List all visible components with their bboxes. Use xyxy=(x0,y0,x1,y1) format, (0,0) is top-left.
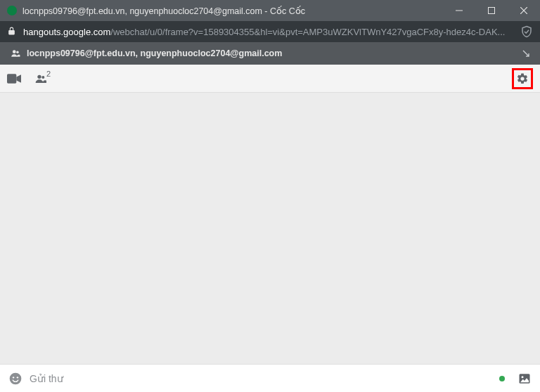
svg-point-9 xyxy=(17,377,18,378)
window-title: locnpps09796@fpt.edu.vn, nguyenphuocloc2… xyxy=(22,6,443,16)
url-text: hangouts.google.com/webchat/u/0/frame?v=… xyxy=(23,27,513,37)
svg-point-11 xyxy=(522,376,524,378)
hangouts-favicon xyxy=(7,6,17,15)
presence-indicator xyxy=(499,376,505,381)
url-path: /webchat/u/0/frame?v=1589304355&hl=vi&pv… xyxy=(110,27,505,37)
conversation-area xyxy=(0,93,540,364)
svg-point-4 xyxy=(37,74,41,78)
participants-text: locnpps09796@fpt.edu.vn, nguyenphuocloc2… xyxy=(27,48,515,58)
expand-icon[interactable] xyxy=(522,49,530,58)
people-icon xyxy=(10,48,21,58)
participants-bar: locnpps09796@fpt.edu.vn, nguyenphuocloc2… xyxy=(0,42,540,65)
people-count: 2 xyxy=(46,70,51,78)
gear-icon xyxy=(516,72,529,85)
maximize-button[interactable] xyxy=(475,0,508,21)
close-button[interactable] xyxy=(508,0,540,21)
emoji-button[interactable] xyxy=(8,372,22,386)
shield-icon[interactable] xyxy=(520,25,533,38)
chat-toolbar: 2 xyxy=(0,65,540,93)
image-button[interactable] xyxy=(518,372,532,385)
svg-point-1 xyxy=(13,50,16,53)
minimize-button[interactable] xyxy=(443,0,475,21)
url-host: hangouts.google.com xyxy=(23,27,110,37)
lock-icon xyxy=(7,26,16,38)
message-input[interactable]: Gửi thư xyxy=(30,373,499,384)
settings-button[interactable] xyxy=(512,68,533,89)
titlebar: locnpps09796@fpt.edu.vn, nguyenphuocloc2… xyxy=(0,0,540,21)
compose-bar: Gửi thư xyxy=(0,364,540,392)
svg-rect-3 xyxy=(7,74,16,83)
address-bar[interactable]: hangouts.google.com/webchat/u/0/frame?v=… xyxy=(0,21,540,42)
svg-point-7 xyxy=(10,372,22,384)
video-call-button[interactable] xyxy=(7,74,21,84)
svg-point-8 xyxy=(13,377,14,378)
svg-point-2 xyxy=(16,51,19,54)
svg-rect-0 xyxy=(489,8,495,14)
people-button[interactable]: 2 xyxy=(34,73,52,84)
svg-point-5 xyxy=(41,76,44,79)
